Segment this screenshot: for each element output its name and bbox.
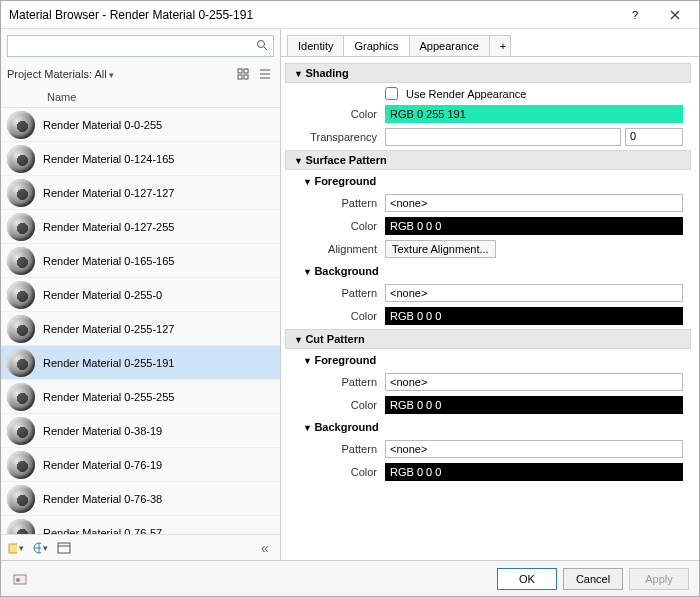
- tab-appearance[interactable]: Appearance: [409, 35, 490, 56]
- material-item[interactable]: Render Material 0-255-255: [1, 380, 280, 414]
- material-item[interactable]: Render Material 0-127-255: [1, 210, 280, 244]
- cut-fg-color[interactable]: RGB 0 0 0: [385, 396, 683, 414]
- titlebar: Material Browser - Render Material 0-255…: [1, 1, 699, 29]
- material-name: Render Material 0-38-19: [43, 425, 162, 437]
- dialog-footer: OK Cancel Apply: [1, 560, 699, 596]
- surface-bg-pattern[interactable]: <none>: [385, 284, 683, 302]
- cut-fg-pattern[interactable]: <none>: [385, 373, 683, 391]
- svg-rect-7: [58, 543, 70, 553]
- material-swatch: [7, 519, 35, 535]
- material-name: Render Material 0-255-255: [43, 391, 174, 403]
- view-list-button[interactable]: [256, 65, 274, 83]
- cut-foreground[interactable]: Foreground: [285, 351, 691, 369]
- material-item[interactable]: Render Material 0-165-165: [1, 244, 280, 278]
- list-header-name: Name: [1, 87, 280, 108]
- palette-icon: [13, 572, 27, 586]
- left-pane: Project Materials: All▾ Name Render Mate…: [1, 29, 281, 560]
- material-name: Render Material 0-127-255: [43, 221, 174, 233]
- surface-foreground[interactable]: Foreground: [285, 172, 691, 190]
- help-button[interactable]: ?: [615, 4, 655, 26]
- search-icon: [256, 39, 268, 51]
- close-button[interactable]: [655, 4, 695, 26]
- properties-panel[interactable]: Shading Use Render Appearance ColorRGB 0…: [281, 56, 699, 560]
- duplicate-button[interactable]: ▾: [31, 539, 49, 557]
- section-surface-pattern[interactable]: Surface Pattern: [285, 150, 691, 170]
- material-item[interactable]: Render Material 0-255-127: [1, 312, 280, 346]
- material-name: Render Material 0-0-255: [43, 119, 162, 131]
- tabs: IdentityGraphicsAppearance+: [281, 29, 699, 56]
- transparency-value[interactable]: 0: [625, 128, 683, 146]
- search-input[interactable]: [7, 35, 274, 57]
- right-pane: IdentityGraphicsAppearance+ Shading Use …: [281, 29, 699, 560]
- material-item[interactable]: Render Material 0-127-127: [1, 176, 280, 210]
- material-item[interactable]: Render Material 0-38-19: [1, 414, 280, 448]
- section-cut-pattern[interactable]: Cut Pattern: [285, 329, 691, 349]
- material-name: Render Material 0-124-165: [43, 153, 174, 165]
- new-material-button[interactable]: ▾: [7, 539, 25, 557]
- material-name: Render Material 0-76-19: [43, 459, 162, 471]
- transparency-slider[interactable]: [385, 128, 621, 146]
- material-item[interactable]: Render Material 0-255-191: [1, 346, 280, 380]
- material-swatch: [7, 281, 35, 309]
- material-swatch: [7, 451, 35, 479]
- window-title: Material Browser - Render Material 0-255…: [9, 8, 615, 22]
- surface-background[interactable]: Background: [285, 262, 691, 280]
- list-icon: [259, 68, 271, 80]
- texture-alignment-button[interactable]: Texture Alignment...: [385, 240, 496, 258]
- material-name: Render Material 0-127-127: [43, 187, 174, 199]
- material-item[interactable]: Render Material 0-76-57: [1, 516, 280, 534]
- use-render-label: Use Render Appearance: [406, 88, 526, 100]
- material-item[interactable]: Render Material 0-76-19: [1, 448, 280, 482]
- material-name: Render Material 0-76-57: [43, 527, 162, 535]
- use-render-checkbox[interactable]: [385, 87, 398, 100]
- material-swatch: [7, 383, 35, 411]
- svg-point-9: [16, 578, 20, 582]
- svg-rect-2: [244, 69, 248, 73]
- material-swatch: [7, 485, 35, 513]
- material-swatch: [7, 349, 35, 377]
- filter-dropdown[interactable]: Project Materials: All▾: [7, 68, 230, 80]
- material-swatch: [7, 417, 35, 445]
- material-item[interactable]: Render Material 0-0-255: [1, 108, 280, 142]
- material-item[interactable]: Render Material 0-124-165: [1, 142, 280, 176]
- material-name: Render Material 0-255-0: [43, 289, 162, 301]
- svg-point-0: [258, 41, 265, 48]
- tab-identity[interactable]: Identity: [287, 35, 344, 56]
- section-shading[interactable]: Shading: [285, 63, 691, 83]
- surface-fg-pattern[interactable]: <none>: [385, 194, 683, 212]
- close-icon: [670, 10, 680, 20]
- material-name: Render Material 0-255-127: [43, 323, 174, 335]
- material-browser-dialog: Material Browser - Render Material 0-255…: [0, 0, 700, 597]
- svg-rect-8: [14, 575, 26, 584]
- material-name: Render Material 0-255-191: [43, 357, 174, 369]
- material-item[interactable]: Render Material 0-76-38: [1, 482, 280, 516]
- window-icon: [57, 541, 71, 555]
- tab-add[interactable]: +: [489, 35, 511, 56]
- cancel-button[interactable]: Cancel: [563, 568, 623, 590]
- surface-fg-color[interactable]: RGB 0 0 0: [385, 217, 683, 235]
- material-item[interactable]: Render Material 0-255-0: [1, 278, 280, 312]
- shading-color-value[interactable]: RGB 0 255 191: [385, 105, 683, 123]
- asset-library-button[interactable]: [11, 570, 29, 588]
- grid-icon: [237, 68, 249, 80]
- ok-button[interactable]: OK: [497, 568, 557, 590]
- transparency-label: Transparency: [285, 131, 385, 143]
- svg-rect-5: [9, 544, 17, 553]
- view-grid-button[interactable]: [234, 65, 252, 83]
- tab-graphics[interactable]: Graphics: [343, 35, 409, 56]
- cut-bg-pattern[interactable]: <none>: [385, 440, 683, 458]
- open-asset-button[interactable]: [55, 539, 73, 557]
- material-list[interactable]: Render Material 0-0-255Render Material 0…: [1, 108, 280, 534]
- material-swatch: [7, 213, 35, 241]
- apply-button[interactable]: Apply: [629, 568, 689, 590]
- collapse-button[interactable]: «: [256, 539, 274, 557]
- material-name: Render Material 0-165-165: [43, 255, 174, 267]
- material-swatch: [7, 145, 35, 173]
- cut-background[interactable]: Background: [285, 418, 691, 436]
- material-swatch: [7, 179, 35, 207]
- shading-color-label: Color: [285, 108, 385, 120]
- material-name: Render Material 0-76-38: [43, 493, 162, 505]
- new-icon: [8, 541, 17, 555]
- surface-bg-color[interactable]: RGB 0 0 0: [385, 307, 683, 325]
- cut-bg-color[interactable]: RGB 0 0 0: [385, 463, 683, 481]
